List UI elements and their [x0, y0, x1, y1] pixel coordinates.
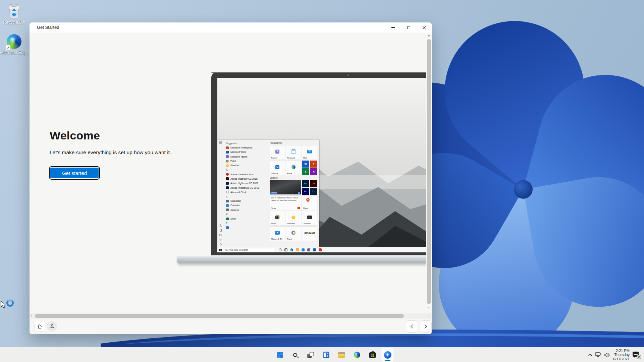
app-item[interactable]: Adobe Creative Cloud: [225, 172, 268, 176]
photoshop-icon: [226, 186, 229, 189]
desktop-icon-recycle-bin[interactable]: Recycle Bin: [0, 3, 28, 25]
recycle-bin-icon: [6, 3, 22, 19]
tile-amazon[interactable]: amazon: [302, 226, 317, 241]
close-icon: [422, 26, 426, 29]
tile-teams[interactable]: TTeams: [270, 145, 285, 160]
paint-icon: [226, 160, 229, 163]
network-icon[interactable]: [595, 352, 601, 357]
app-item[interactable]: Microsoft Teams: [225, 155, 268, 159]
tile-mail[interactable]: Mail: [302, 145, 317, 160]
amazon-logo: amazon: [304, 231, 315, 234]
tile-weather[interactable]: Weather: [286, 211, 301, 226]
store-tile-icon: [275, 216, 279, 219]
widgets-button[interactable]: [319, 348, 333, 362]
tile-maps[interactable]: Maps: [302, 195, 317, 210]
get-started-button[interactable]: Get started: [50, 167, 99, 179]
vertical-scroll-thumb[interactable]: [427, 39, 431, 304]
back-button[interactable]: [406, 321, 418, 332]
scroll-down-arrow[interactable]: ˇ: [426, 307, 432, 311]
app-item[interactable]: Adobe Lightroom CC 2018: [225, 181, 268, 185]
forward-button[interactable]: [420, 321, 431, 332]
taskbar: 2:21 PM Thursday 6/17/2021 2: [0, 347, 644, 362]
edge-icon: [354, 352, 360, 358]
app-item[interactable]: Microsoft Powerpoint: [225, 145, 268, 150]
bloom-center: [514, 180, 533, 199]
account-button[interactable]: [47, 321, 57, 331]
store-button[interactable]: [366, 348, 379, 362]
tile-store[interactable]: Store: [270, 211, 285, 226]
app-item[interactable]: Adobe Photoshop CC 2018: [225, 185, 268, 190]
paint-tile-icon: [291, 231, 296, 235]
app-item[interactable]: Weather: [225, 163, 268, 168]
photoshop-small-tile[interactable]: Ps: [302, 180, 309, 187]
windows-start-icon: [277, 352, 283, 358]
scroll-left-arrow[interactable]: ⟨: [30, 314, 34, 317]
page-subtitle: Let's make sure everything is set up how…: [50, 149, 191, 156]
excel-small-tile[interactable]: X: [302, 168, 309, 175]
clock-time: 2:21 PM: [613, 349, 630, 353]
desktop-icon-microsoft-edge[interactable]: Microsoft Edge: [0, 34, 28, 55]
app-group-header: F: [225, 221, 268, 225]
tile-notepad[interactable]: Notepad: [286, 145, 301, 160]
chevron-right-icon: [424, 324, 427, 329]
onenote-small-tile[interactable]: N: [310, 168, 317, 175]
illustrator-small-tile[interactable]: Ai: [310, 180, 317, 187]
teams-tile-icon: T: [275, 149, 279, 154]
get-started-app-button[interactable]: [381, 348, 394, 362]
widgets-icon: [323, 352, 329, 358]
minimize-button[interactable]: [385, 22, 401, 33]
app-item[interactable]: Paint: [225, 159, 268, 163]
search-icon: [225, 249, 227, 251]
taskbar-clock[interactable]: 2:21 PM Thursday 6/17/2021: [613, 349, 630, 361]
laptop-camera-dot: [347, 74, 349, 76]
get-started-window: Get Started Welcome Let's make sure ever…: [30, 22, 432, 334]
window-titlebar[interactable]: Get Started: [30, 22, 432, 33]
home-icon: [37, 324, 42, 329]
app-item[interactable]: Alarms & Clock: [225, 190, 268, 194]
tile-terminal[interactable]: >_Terminal: [302, 211, 317, 226]
tile-news[interactable]: Dip In Nationwide Home Prices Leads To N…: [270, 195, 301, 210]
tile-outlook[interactable]: OOutlook: [270, 161, 285, 175]
task-view-button[interactable]: [304, 348, 317, 362]
app-item[interactable]: [225, 225, 268, 230]
terminal-tile-icon: >_: [307, 216, 312, 219]
notepad-tile-icon: [292, 149, 296, 154]
app-item[interactable]: Calculator: [225, 199, 268, 203]
win10-taskbar: Type here to search: [217, 247, 432, 252]
start-button[interactable]: [273, 348, 286, 362]
horizontal-scroll-thumb[interactable]: [35, 314, 404, 318]
scroll-right-arrow[interactable]: ⟩: [426, 314, 432, 317]
edge-button[interactable]: [350, 348, 364, 362]
settings-icon: [219, 238, 222, 241]
lightroom-small-tile[interactable]: Lr: [310, 188, 317, 195]
app-item[interactable]: Calendar: [225, 203, 268, 207]
horizontal-scrollbar[interactable]: ⟨ ⟩: [30, 313, 432, 319]
search-button[interactable]: [288, 348, 302, 362]
close-button[interactable]: [416, 22, 432, 33]
photos-icon: [302, 248, 305, 251]
tile-paint[interactable]: Paint: [286, 226, 301, 241]
notification-center-button[interactable]: 2: [633, 351, 641, 359]
tile-movies[interactable]: Movies & TV: [270, 226, 285, 241]
aftereffects-small-tile[interactable]: Ae: [302, 188, 309, 195]
file-explorer-button[interactable]: [335, 348, 348, 362]
tile-photos[interactable]: Photos: [270, 180, 301, 195]
volume-icon[interactable]: [604, 353, 610, 357]
maximize-button[interactable]: [401, 22, 416, 33]
app-item[interactable]: Excel: [225, 217, 268, 221]
vertical-scrollbar[interactable]: ˅ ˇ: [426, 33, 432, 313]
word-small-tile[interactable]: W: [302, 161, 309, 168]
tile-edge[interactable]: Edge: [286, 161, 301, 175]
weather-tile-icon: [292, 216, 296, 219]
clock-day: Thursday: [613, 353, 630, 357]
home-button[interactable]: [35, 321, 45, 331]
tray-chevron-up-icon[interactable]: [588, 354, 592, 356]
powerpoint-small-tile[interactable]: P: [310, 161, 317, 168]
edge-icon: [7, 34, 21, 49]
app-item[interactable]: Camera: [225, 208, 268, 212]
laptop-hero-image: Suggested Microsoft Powerpoint Microsoft…: [211, 72, 432, 255]
app-item[interactable]: Microsoft Word: [225, 150, 268, 154]
power-icon: [219, 243, 222, 246]
app-item[interactable]: Adobe Illustrator CC 2018: [225, 177, 268, 181]
scroll-up-arrow[interactable]: ˅: [426, 34, 432, 38]
